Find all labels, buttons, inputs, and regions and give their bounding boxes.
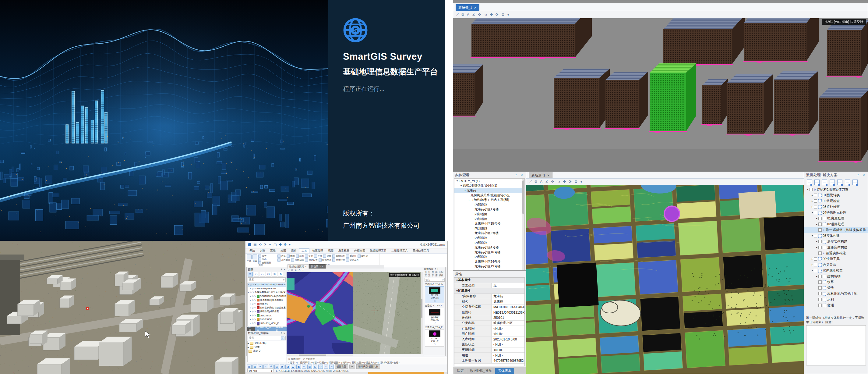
template-tab-过滤[interactable]: 过滤 bbox=[428, 271, 431, 277]
entity-tree-item[interactable]: 内部道路 bbox=[455, 202, 524, 207]
property-row[interactable]: 入库时间2023-01-10 0:00 bbox=[455, 337, 524, 342]
expand-icon[interactable]: ▸ bbox=[248, 342, 249, 345]
close-icon[interactable]: ✕ bbox=[305, 265, 307, 268]
expand-icon[interactable]: ▸ bbox=[811, 194, 814, 197]
edit-icon[interactable]: ✎ bbox=[254, 299, 256, 301]
visibility-icon[interactable]: ◎ bbox=[252, 299, 254, 301]
property-row[interactable]: 更新时间<Null> bbox=[455, 347, 524, 353]
entity-tree-item[interactable]: ▾250101|城镇住宅小区(1) bbox=[455, 183, 524, 189]
expand-icon[interactable]: ▸ bbox=[250, 295, 251, 297]
expand-icon[interactable]: ▸ bbox=[811, 205, 814, 208]
city-3d-view[interactable]: N 30 m bbox=[0, 241, 245, 374]
solution-tree-item[interactable]: 管线 bbox=[804, 285, 868, 291]
solution-tree-item[interactable]: ✦普通实体构建 bbox=[804, 250, 868, 256]
ribbon-item-捕捉设置[interactable]: 捕捉设置 bbox=[305, 258, 318, 261]
edit-icon[interactable]: ✎ bbox=[252, 291, 254, 293]
tab-new-scene-1[interactable]: 新场景_1 ✕ bbox=[456, 4, 479, 11]
ribbon-tab-三维处理工具[interactable]: 三维处理工具 bbox=[410, 249, 431, 253]
solution-tree-item[interactable]: ▸00快捷工具 bbox=[804, 256, 868, 262]
property-row[interactable]: 别名龙康苑 bbox=[455, 299, 524, 305]
checkbox[interactable] bbox=[818, 304, 822, 307]
visibility-icon[interactable]: ◎ bbox=[252, 314, 254, 317]
add-folder-icon[interactable]: 🗀 bbox=[254, 272, 259, 277]
layer-row[interactable]: ▸◎✎城镇住宅|城镇住宅 bbox=[248, 310, 286, 314]
entity-tree-item[interactable]: 几何构成关系|城镇住宅小区 bbox=[455, 193, 524, 198]
tab-new-scene-1[interactable]: 新场景_1 ✕ bbox=[529, 172, 553, 178]
solution-tree-item[interactable]: ▾实体属性检查 bbox=[804, 268, 868, 274]
ribbon-item-裁剪[interactable]: 裁剪 bbox=[296, 255, 304, 258]
bottom-tool-icon-10[interactable]: ⊡ bbox=[302, 365, 306, 369]
ribbon-small-item[interactable]: 缩小 bbox=[258, 258, 271, 261]
expand-icon[interactable]: ▸ bbox=[811, 263, 814, 266]
expand-icon[interactable]: ▾ bbox=[811, 211, 814, 214]
edit-icon[interactable]: ✎ bbox=[254, 310, 256, 313]
layer-row[interactable]: ▸◎✎石块世界系统|石块世界系统 bbox=[248, 306, 286, 310]
rotate-icon[interactable]: ⟳ bbox=[496, 12, 499, 17]
copy-frame-icon[interactable]: ⧉ bbox=[461, 12, 464, 17]
status-chip[interactable]: 视图设置 bbox=[335, 364, 348, 369]
solution-tree-item[interactable]: 交通 bbox=[804, 303, 868, 308]
text-icon[interactable]: A bbox=[295, 269, 296, 271]
checkbox[interactable] bbox=[814, 205, 817, 208]
checkbox[interactable] bbox=[814, 234, 817, 237]
add-scheme-icon[interactable] bbox=[814, 179, 819, 185]
delete-scheme-icon[interactable] bbox=[837, 179, 842, 185]
property-row[interactable]: 分类名称城镇住宅小区 bbox=[455, 321, 524, 326]
entity-tree-item[interactable]: 龙康苑小区4号楼 bbox=[455, 245, 524, 250]
dropdown-caret[interactable]: ▾ bbox=[581, 179, 582, 184]
dock-tab-实体查看[interactable]: 实体查看 bbox=[274, 327, 287, 331]
template-card[interactable]: 221582采色, 点□ bbox=[425, 329, 444, 347]
layer-row[interactable]: ▸◎✎SXSSJHDP bbox=[248, 317, 286, 321]
quick-icon-1[interactable]: ⟲ bbox=[258, 242, 261, 247]
library-item[interactable]: 未定义 bbox=[248, 349, 286, 353]
edit-icon[interactable]: ✎ bbox=[254, 322, 256, 324]
property-row[interactable]: 产生时间<Null> bbox=[455, 326, 524, 331]
ribbon-item-删除[interactable]: 删除 bbox=[287, 255, 295, 258]
quick-icon-2[interactable]: ⟳ bbox=[264, 242, 267, 247]
bottom-tool-icon-12[interactable]: ◰ bbox=[313, 365, 317, 369]
property-group-row[interactable]: ▾基本属性 bbox=[455, 278, 524, 283]
edit-icon[interactable]: ✎ bbox=[254, 287, 256, 290]
rotate-icon[interactable]: ⟳ bbox=[569, 179, 572, 184]
template-card[interactable]: 221582采色, 面□ bbox=[425, 286, 444, 303]
template-search-input[interactable]: 输入 ⊘ bbox=[425, 278, 445, 282]
visibility-icon[interactable]: ◎ bbox=[252, 307, 254, 309]
angle-icon[interactable]: ∠ bbox=[472, 12, 475, 17]
edit-icon[interactable]: ✎ bbox=[254, 326, 256, 326]
bottom-tool-icon-2[interactable]: ⊞ bbox=[258, 365, 262, 369]
expand-icon[interactable]: ▸ bbox=[815, 223, 818, 226]
status-chip[interactable]: ⊕ bbox=[349, 365, 355, 369]
ribbon-item-旋转[interactable]: 旋转 bbox=[323, 255, 331, 258]
entity-tree-item[interactable]: ▾龙康苑 bbox=[455, 188, 524, 193]
solution-tree-item[interactable]: ▸建构筑物 bbox=[804, 274, 868, 279]
ribbon-item-属性刷[interactable]: 属性刷 bbox=[358, 255, 368, 258]
draw-line-icon[interactable]: ⟋ bbox=[456, 12, 459, 17]
ribbon-tab-开始[interactable]: 开始 bbox=[247, 249, 257, 253]
solution-tree-item[interactable]: ▸语义关系 bbox=[804, 262, 868, 268]
ribbon-item-重采样[interactable]: 重采样 bbox=[346, 255, 356, 258]
checkbox[interactable] bbox=[818, 240, 822, 243]
quick-icon-0[interactable]: ▤ bbox=[253, 242, 256, 247]
save-scheme-icon[interactable] bbox=[822, 179, 827, 185]
layer-row[interactable]: ▸◎✎市政补2 bbox=[248, 302, 286, 306]
entity-tree-item[interactable]: 内部道路 bbox=[455, 217, 524, 222]
bottom-tool-icon-5[interactable]: ◫ bbox=[274, 365, 279, 369]
bottom-tool-icon-8[interactable]: ⬓ bbox=[291, 365, 296, 369]
library-item[interactable]: ▸全部 (745) bbox=[248, 341, 286, 345]
text-icon[interactable]: A bbox=[467, 12, 469, 17]
template-tab-设置[interactable]: 设置 bbox=[425, 271, 428, 277]
visibility-icon[interactable]: ◎ bbox=[252, 287, 254, 290]
checkbox[interactable] bbox=[809, 188, 812, 191]
expand-icon[interactable]: ▾ bbox=[806, 188, 809, 191]
ribbon-tab-分幅出图[interactable]: 分幅出图 bbox=[352, 249, 367, 253]
edit-icon[interactable]: ✎ bbox=[252, 284, 254, 286]
solution-tree-item[interactable]: ▾04特殊图元处理 bbox=[804, 210, 868, 215]
ribbon-big-item[interactable]: 分离 bbox=[252, 254, 257, 263]
ribbon-tab-视图[interactable]: 视图 bbox=[326, 249, 336, 253]
template-tab-排序[interactable]: 排序 bbox=[435, 271, 438, 277]
expand-icon[interactable]: ▸ bbox=[248, 284, 249, 286]
solution-tree-item[interactable]: ✦唯一码赋值（构建实体前执... bbox=[804, 227, 868, 233]
panel-pin-close-icons[interactable]: 🖈 ✕ bbox=[280, 332, 285, 335]
db-icon[interactable]: ⛁ bbox=[266, 272, 271, 277]
visibility-icon[interactable]: ◎ bbox=[252, 310, 254, 313]
